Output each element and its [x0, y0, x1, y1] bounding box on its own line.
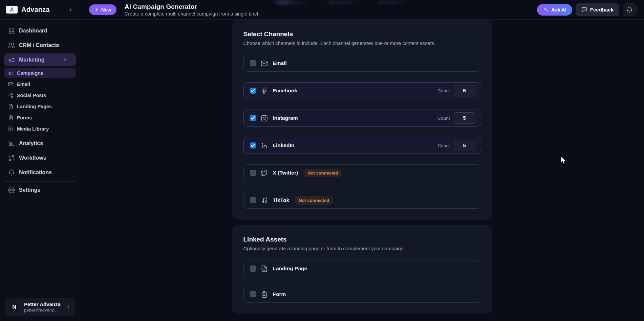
- select-channels-description: Choose which channels to include. Each c…: [243, 41, 481, 46]
- sidebar-item-workflows[interactable]: Workflows: [4, 152, 76, 164]
- share-icon: [8, 93, 14, 98]
- image-icon: [8, 126, 14, 132]
- checkbox-instagram[interactable]: [250, 115, 256, 121]
- sidebar-item-label: Campaigns: [17, 70, 43, 76]
- gear-icon: [8, 187, 15, 193]
- users-icon: [8, 42, 15, 49]
- count-input-instagram[interactable]: [454, 112, 475, 124]
- sidebar-item-campaigns[interactable]: Campaigns: [4, 68, 76, 78]
- content: Select Channels Choose which channels to…: [80, 20, 644, 314]
- count-input-facebook[interactable]: [454, 85, 475, 96]
- music-note-icon: [261, 197, 268, 204]
- new-button[interactable]: New: [89, 4, 116, 15]
- sidebar-item-label: Email: [17, 82, 30, 87]
- page-subtitle: Create a complete multi-channel campaign…: [125, 11, 260, 17]
- user-name: Petter Advanza: [24, 301, 61, 307]
- analytics-icon: [8, 140, 15, 147]
- feedback-button[interactable]: Feedback: [576, 3, 619, 16]
- checkbox-linkedin[interactable]: [250, 142, 256, 148]
- channel-label: Landing Page: [273, 266, 307, 272]
- user-email: petter@advanz...: [24, 307, 61, 313]
- checkbox-email[interactable]: [250, 60, 256, 66]
- message-square-icon: [581, 7, 587, 13]
- count-label: Count: [437, 116, 450, 121]
- dashboard-icon: [8, 27, 15, 34]
- sidebar-item-forms[interactable]: Forms: [4, 113, 76, 122]
- linked-assets-title: Linked Assets: [243, 236, 481, 243]
- select-channels-title: Select Channels: [243, 30, 481, 38]
- channel-row-tiktok[interactable]: TikTokNot connected: [243, 192, 481, 209]
- select-channels-panel: Select Channels Choose which channels to…: [232, 20, 492, 220]
- sidebar-item-dashboard[interactable]: Dashboard: [4, 24, 76, 37]
- sidebar-item-label: CRM / Contacts: [19, 42, 59, 48]
- more-vertical-icon: [66, 304, 71, 309]
- user-menu-button[interactable]: [65, 303, 72, 312]
- sidebar: A Advanza DashboardCRM / ContactsMarketi…: [0, 0, 80, 321]
- not-connected-badge: Not connected: [303, 169, 342, 177]
- not-connected-badge: Not connected: [295, 196, 333, 205]
- sidebar-item-label: Analytics: [19, 140, 43, 146]
- instagram-icon: [261, 115, 268, 122]
- avatar: N: [8, 301, 21, 314]
- sparkles-icon: [543, 7, 549, 13]
- sidebar-nav: DashboardCRM / ContactsMarketingCampaign…: [0, 20, 80, 198]
- channel-row-facebook[interactable]: Facebook Count: [243, 82, 481, 99]
- sidebar-item-media-library[interactable]: Media Library: [4, 124, 76, 134]
- chevron-left-icon: [68, 7, 73, 13]
- sidebar-item-label: Dashboard: [19, 28, 47, 34]
- sidebar-item-label: Landing Pages: [17, 104, 52, 109]
- sidebar-item-label: Notifications: [19, 169, 52, 176]
- channel-row-linkedin[interactable]: LinkedIn Count: [243, 137, 481, 154]
- sidebar-item-marketing[interactable]: Marketing: [4, 53, 76, 66]
- checkbox-x-twitter[interactable]: [250, 170, 256, 176]
- channel-label: TikTok: [273, 197, 289, 203]
- sidebar-item-label: Forms: [17, 115, 32, 120]
- sidebar-item-social-posts[interactable]: Social Posts: [4, 90, 76, 100]
- sidebar-item-settings[interactable]: Settings: [4, 184, 76, 197]
- channel-label: Facebook: [273, 88, 297, 94]
- channel-label: Form: [273, 291, 286, 297]
- sidebar-spacer: [0, 198, 80, 293]
- checkbox-landing-page[interactable]: [250, 266, 256, 272]
- channel-row-landing-page[interactable]: Landing Page: [243, 260, 481, 277]
- channel-label: Email: [273, 60, 287, 66]
- checkbox-facebook[interactable]: [250, 88, 256, 94]
- facebook-icon: [261, 87, 268, 94]
- count-input-linkedin[interactable]: [454, 140, 475, 151]
- ask-ai-label: Ask AI: [551, 7, 566, 13]
- topbar: New AI Campaign Generator Create a compl…: [80, 0, 644, 20]
- twitter-icon: [261, 169, 268, 177]
- channel-row-email[interactable]: Email: [243, 55, 481, 72]
- linked-assets-panel: Linked Assets Optionally generate a land…: [232, 225, 492, 314]
- file-text-icon: [8, 104, 14, 109]
- ask-ai-button[interactable]: Ask AI: [537, 4, 572, 16]
- advanza-logo-icon: A: [6, 6, 18, 14]
- channel-row-form[interactable]: Form: [243, 286, 481, 303]
- title-block: AI Campaign Generator Create a complete …: [125, 3, 260, 17]
- sidebar-item-landing-pages[interactable]: Landing Pages: [4, 101, 76, 111]
- brand-row: A Advanza: [0, 0, 80, 20]
- count-wrap: Count: [437, 140, 475, 151]
- notifications-bell-button[interactable]: [623, 3, 637, 16]
- count-label: Count: [437, 143, 450, 148]
- sidebar-item-analytics[interactable]: Analytics: [4, 137, 76, 150]
- sidebar-item-crm-contacts[interactable]: CRM / Contacts: [4, 39, 76, 52]
- sidebar-item-notifications[interactable]: Notifications: [4, 166, 76, 179]
- bell-icon: [626, 6, 633, 13]
- workflow-icon: [8, 155, 15, 161]
- channel-row-instagram[interactable]: Instagram Count: [243, 110, 481, 127]
- sidebar-divider: [5, 181, 75, 182]
- channel-row-x-twitter[interactable]: X (Twitter)Not connected: [243, 164, 481, 181]
- plus-icon: [94, 7, 99, 12]
- page-title: AI Campaign Generator: [125, 3, 260, 11]
- sidebar-item-label: Workflows: [19, 155, 46, 161]
- sidebar-collapse-button[interactable]: [66, 6, 74, 14]
- checkbox-tiktok[interactable]: [250, 197, 256, 203]
- channel-label: LinkedIn: [273, 142, 295, 148]
- user-card[interactable]: N Petter Advanza petter@advanz...: [5, 298, 75, 316]
- user-meta: Petter Advanza petter@advanz...: [24, 301, 61, 313]
- mail-icon: [261, 60, 268, 67]
- channel-label: X (Twitter): [273, 170, 298, 176]
- sidebar-item-email[interactable]: Email: [4, 79, 76, 89]
- checkbox-form[interactable]: [250, 291, 256, 297]
